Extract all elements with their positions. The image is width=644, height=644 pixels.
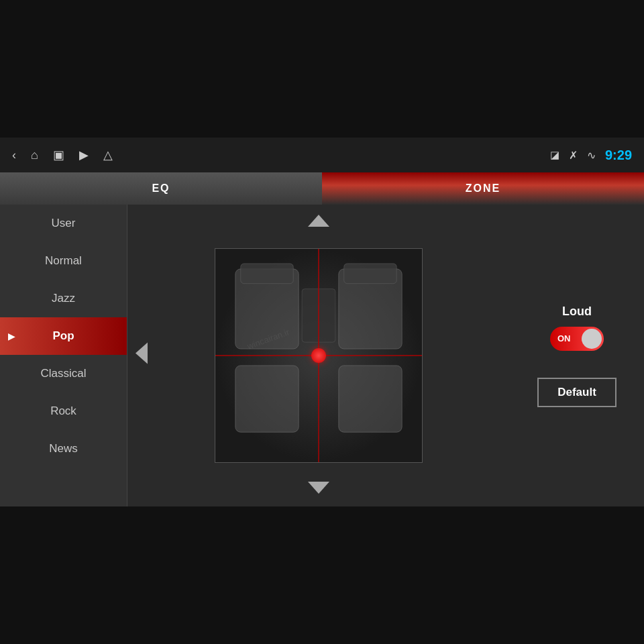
svg-marker-1 — [308, 482, 329, 494]
clock: 9:29 — [605, 148, 632, 163]
sidebar-item-user[interactable]: User — [0, 205, 127, 242]
bag-icon[interactable]: △ — [103, 148, 113, 162]
back-icon[interactable]: ‹ — [12, 148, 16, 162]
crosshair-dot — [311, 348, 326, 363]
toggle-thumb — [582, 329, 602, 349]
car-zone-diagram[interactable]: wincairan.ir — [215, 248, 423, 463]
svg-rect-5 — [241, 264, 293, 284]
cast-icon: ◪ — [550, 149, 559, 161]
wifi-icon: ∿ — [587, 149, 596, 162]
main-content: User Normal Jazz Pop Classical Rock — [0, 205, 644, 506]
zone-nav-left-button[interactable] — [134, 341, 149, 370]
right-panel: Loud ON Default — [510, 205, 644, 506]
svg-rect-8 — [235, 366, 299, 432]
windows-icon[interactable]: ▣ — [53, 148, 64, 162]
sidebar-item-pop[interactable]: Pop — [0, 317, 127, 355]
loud-toggle[interactable]: ON — [550, 327, 604, 351]
svg-marker-0 — [308, 215, 329, 227]
home-icon[interactable]: ⌂ — [31, 148, 38, 162]
loud-label: Loud — [562, 305, 592, 319]
tab-bar: EQ ZONE — [0, 172, 644, 205]
tab-zone[interactable]: ZONE — [322, 172, 644, 205]
sidebar-item-classical[interactable]: Classical — [0, 355, 127, 392]
sidebar-item-rock[interactable]: Rock — [0, 392, 127, 430]
svg-rect-9 — [339, 366, 402, 432]
svg-rect-7 — [344, 264, 396, 284]
toggle-on-label: ON — [552, 333, 571, 343]
sidebar-item-jazz[interactable]: Jazz — [0, 280, 127, 317]
camera-icon[interactable]: ▶ — [79, 148, 89, 162]
status-bar-right: ◪ ✗ ∿ 9:29 — [550, 148, 632, 163]
tab-eq[interactable]: EQ — [0, 172, 322, 205]
eq-sidebar: User Normal Jazz Pop Classical Rock — [0, 205, 127, 506]
zone-nav-up-button[interactable] — [307, 211, 331, 233]
bluetooth-icon: ✗ — [569, 149, 578, 162]
svg-marker-2 — [136, 343, 148, 364]
status-bar: ‹ ⌂ ▣ ▶ △ ◪ ✗ ∿ 9:29 — [0, 138, 644, 172]
default-button[interactable]: Default — [537, 378, 616, 407]
loud-section: Loud ON — [550, 305, 604, 351]
status-bar-left: ‹ ⌂ ▣ ▶ △ — [12, 148, 537, 162]
sidebar-item-normal[interactable]: Normal — [0, 242, 127, 280]
zone-nav-down-button[interactable] — [307, 478, 331, 500]
zone-area: wincairan.ir — [127, 205, 510, 506]
sidebar-item-news[interactable]: News — [0, 430, 127, 468]
